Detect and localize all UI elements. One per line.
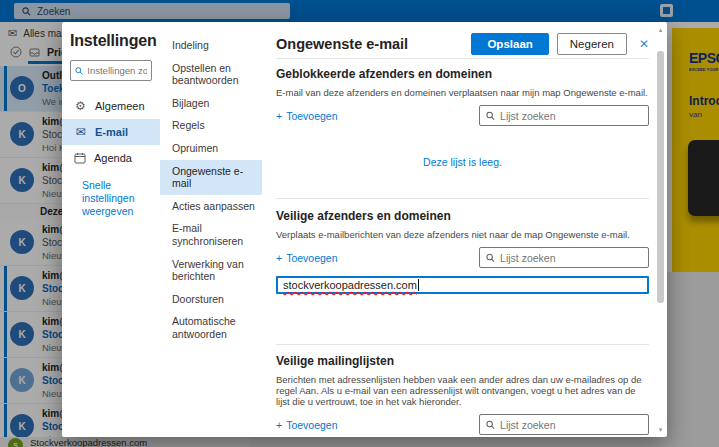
plus-icon: + [276, 419, 282, 431]
blocked-senders-heading: Geblokkeerde afzenders en domeinen [276, 67, 649, 81]
safe-mailinglists-search-input[interactable] [500, 419, 642, 431]
settings-category-column: Indeling Opstellen en beantwoorden Bijla… [160, 22, 262, 437]
search-icon [486, 253, 495, 263]
search-icon [75, 66, 83, 76]
junk-email-panel: Ongewenste e-mail Opslaan Negeren ✕ Gebl… [262, 22, 667, 437]
settings-search-box[interactable] [70, 60, 152, 81]
category-opstellen-en-beantwoorden[interactable]: Opstellen en beantwoorden [160, 57, 262, 92]
discard-button[interactable]: Negeren [557, 33, 627, 55]
empty-list-message: Deze lijst is leeg. [423, 156, 502, 168]
sidebar-item-email[interactable]: ✉ E-mail [62, 119, 160, 145]
outlook-settings-screen: Zoeken ✉ Alles markeren Prioriteit O Out… [0, 0, 719, 447]
text-cursor [418, 279, 419, 291]
header-divider [276, 58, 649, 59]
safe-senders-search-box[interactable] [479, 247, 649, 268]
category-opruimen[interactable]: Opruimen [160, 137, 262, 160]
sidebar-item-label: Algemeen [95, 100, 145, 112]
quick-settings-link[interactable]: Snelle instellingen weergeven [82, 179, 156, 218]
settings-search-input[interactable] [87, 65, 147, 76]
category-bijlagen[interactable]: Bijlagen [160, 92, 262, 115]
search-icon [486, 111, 495, 121]
category-indeling[interactable]: Indeling [160, 34, 262, 57]
safe-senders-add-button[interactable]: + Toevoegen [276, 252, 338, 264]
panel-header: Ongewenste e-mail Opslaan Negeren ✕ [276, 29, 649, 58]
sidebar-item-label: E-mail [95, 126, 128, 138]
category-doorsturen[interactable]: Doorsturen [160, 288, 262, 311]
category-regels[interactable]: Regels [160, 114, 262, 137]
search-icon [486, 420, 495, 430]
scroll-down-icon[interactable]: ▾ [656, 425, 665, 434]
settings-nav-list: ⚙ Algemeen ✉ E-mail Agenda [70, 93, 152, 171]
scrollbar-thumb[interactable] [657, 51, 664, 303]
page-title: Ongewenste e-mail [276, 36, 471, 52]
blocked-senders-search-box[interactable] [479, 105, 649, 126]
calendar-icon [74, 152, 86, 164]
category-email-synchroniseren[interactable]: E-mail synchroniseren [160, 217, 262, 252]
sidebar-item-agenda[interactable]: Agenda [62, 145, 160, 171]
safe-senders-description: Verplaats e-mailberichten van deze afzen… [276, 229, 649, 240]
safe-mailinglists-heading: Veilige mailinglijsten [276, 354, 649, 368]
blocked-senders-search-input[interactable] [500, 110, 642, 122]
safe-senders-search-input[interactable] [500, 252, 642, 264]
category-automatische-antwoorden[interactable]: Automatische antwoorden [160, 310, 262, 345]
dialog-scrollbar: ▴ ▾ [656, 25, 665, 434]
blocked-senders-description: E-mail van deze afzenders en domeinen ve… [276, 87, 649, 98]
settings-dialog-title: Instellingen [70, 32, 152, 50]
envelope-icon: ✉ [74, 125, 87, 139]
plus-icon: + [276, 252, 282, 264]
safe-senders-heading: Veilige afzenders en domeinen [276, 209, 649, 223]
category-acties-aanpassen[interactable]: Acties aanpassen [160, 195, 262, 218]
settings-nav-column: Instellingen ⚙ Algemeen ✉ E-mail Agenda [62, 22, 160, 437]
safe-domain-input[interactable]: stockverkoopadressen.com [276, 276, 649, 294]
blocked-senders-add-button[interactable]: + Toevoegen [276, 110, 338, 122]
plus-icon: + [276, 110, 282, 122]
save-button[interactable]: Opslaan [471, 33, 548, 55]
category-verwerking-van-berichten[interactable]: Verwerking van berichten [160, 253, 262, 288]
safe-mailinglists-description: Berichten met adressenlijsten hebben vaa… [276, 374, 649, 407]
safe-mailinglists-search-box[interactable] [479, 414, 649, 435]
scroll-up-icon[interactable]: ▴ [656, 25, 665, 34]
safe-domain-input-value: stockverkoopadressen.com [283, 279, 417, 291]
category-ongewenste-email[interactable]: Ongewenste e-mail [160, 160, 262, 195]
settings-dialog: Instellingen ⚙ Algemeen ✉ E-mail Agenda [62, 22, 667, 437]
sidebar-item-label: Agenda [94, 152, 132, 164]
safe-mailinglists-add-button[interactable]: + Toevoegen [276, 419, 338, 431]
sidebar-item-algemeen[interactable]: ⚙ Algemeen [62, 93, 160, 119]
close-icon[interactable]: ✕ [639, 37, 649, 51]
gear-icon: ⚙ [74, 99, 87, 113]
